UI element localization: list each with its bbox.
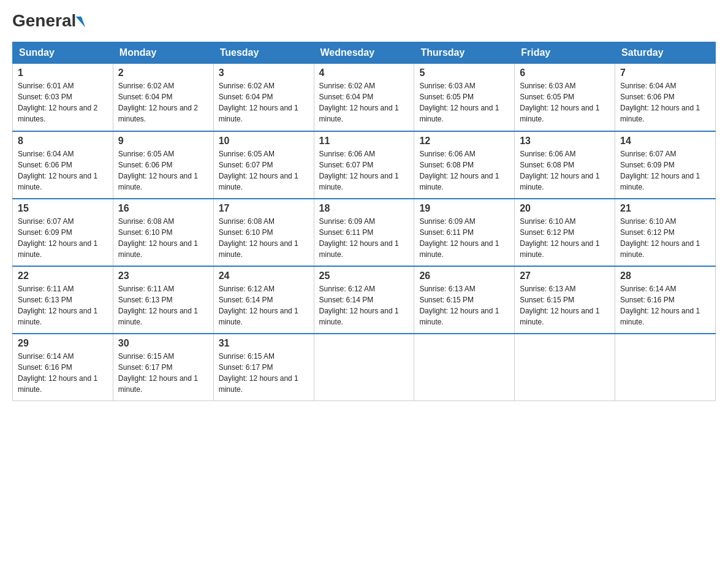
calendar-cell: 18 Sunrise: 6:09 AM Sunset: 6:11 PM Dayl… [314,199,414,266]
calendar-cell: 13 Sunrise: 6:06 AM Sunset: 6:08 PM Dayl… [515,131,615,199]
day-number: 26 [419,270,509,282]
day-info: Sunrise: 6:06 AM Sunset: 6:08 PM Dayligh… [520,148,610,193]
day-number: 3 [219,67,309,79]
day-number: 4 [319,67,409,79]
day-number: 18 [319,203,409,214]
day-info: Sunrise: 6:15 AM Sunset: 6:17 PM Dayligh… [219,351,309,395]
day-info: Sunrise: 6:08 AM Sunset: 6:10 PM Dayligh… [118,216,208,260]
calendar-cell: 7 Sunrise: 6:04 AM Sunset: 6:06 PM Dayli… [615,64,716,131]
day-number: 11 [319,136,409,147]
calendar-cell: 15 Sunrise: 6:07 AM Sunset: 6:09 PM Dayl… [13,199,113,266]
day-number: 17 [219,203,309,214]
day-info: Sunrise: 6:07 AM Sunset: 6:09 PM Dayligh… [620,148,710,193]
day-number: 25 [319,270,409,282]
calendar-cell: 29 Sunrise: 6:14 AM Sunset: 6:16 PM Dayl… [13,334,113,401]
day-number: 10 [219,136,309,147]
calendar-cell: 17 Sunrise: 6:08 AM Sunset: 6:10 PM Dayl… [213,199,314,266]
day-number: 28 [620,270,710,282]
calendar-cell [515,334,615,401]
calendar-cell: 16 Sunrise: 6:08 AM Sunset: 6:10 PM Dayl… [113,199,213,266]
day-info: Sunrise: 6:15 AM Sunset: 6:17 PM Dayligh… [118,351,208,395]
calendar-cell: 3 Sunrise: 6:02 AM Sunset: 6:04 PM Dayli… [213,64,314,131]
day-info: Sunrise: 6:07 AM Sunset: 6:09 PM Dayligh… [18,216,108,260]
day-number: 7 [620,67,710,79]
weekday-header-row: SundayMondayTuesdayWednesdayThursdayFrid… [13,42,716,64]
weekday-header-saturday: Saturday [615,42,716,64]
logo: General [12,12,83,29]
day-info: Sunrise: 6:02 AM Sunset: 6:04 PM Dayligh… [319,80,409,124]
day-number: 5 [419,67,509,79]
day-number: 29 [18,338,108,349]
calendar-cell: 9 Sunrise: 6:05 AM Sunset: 6:06 PM Dayli… [113,131,213,199]
logo-text: General [12,12,83,29]
calendar-cell: 4 Sunrise: 6:02 AM Sunset: 6:04 PM Dayli… [314,64,414,131]
day-number: 22 [18,270,108,282]
calendar-table: SundayMondayTuesdayWednesdayThursdayFrid… [12,42,716,401]
day-info: Sunrise: 6:09 AM Sunset: 6:11 PM Dayligh… [419,216,509,260]
day-number: 21 [620,203,710,214]
day-info: Sunrise: 6:04 AM Sunset: 6:06 PM Dayligh… [620,80,710,124]
calendar-cell: 8 Sunrise: 6:04 AM Sunset: 6:06 PM Dayli… [13,131,113,199]
day-info: Sunrise: 6:01 AM Sunset: 6:03 PM Dayligh… [18,80,108,124]
calendar-cell: 23 Sunrise: 6:11 AM Sunset: 6:13 PM Dayl… [113,266,213,334]
weekday-header-tuesday: Tuesday [213,42,314,64]
weekday-header-sunday: Sunday [13,42,113,64]
day-info: Sunrise: 6:03 AM Sunset: 6:05 PM Dayligh… [419,80,509,124]
day-number: 9 [118,136,208,147]
weekday-header-monday: Monday [113,42,213,64]
day-info: Sunrise: 6:06 AM Sunset: 6:08 PM Dayligh… [419,148,509,193]
day-number: 15 [18,203,108,214]
calendar-week-3: 15 Sunrise: 6:07 AM Sunset: 6:09 PM Dayl… [13,199,716,266]
day-number: 8 [18,136,108,147]
day-number: 6 [520,67,610,79]
day-info: Sunrise: 6:11 AM Sunset: 6:13 PM Dayligh… [118,283,208,327]
calendar-cell: 6 Sunrise: 6:03 AM Sunset: 6:05 PM Dayli… [515,64,615,131]
calendar-cell: 12 Sunrise: 6:06 AM Sunset: 6:08 PM Dayl… [414,131,515,199]
day-info: Sunrise: 6:10 AM Sunset: 6:12 PM Dayligh… [520,216,610,260]
calendar-week-2: 8 Sunrise: 6:04 AM Sunset: 6:06 PM Dayli… [13,131,716,199]
logo-arrow-icon [76,17,86,28]
calendar-cell: 11 Sunrise: 6:06 AM Sunset: 6:07 PM Dayl… [314,131,414,199]
day-number: 31 [219,338,309,349]
day-number: 2 [118,67,208,79]
day-info: Sunrise: 6:13 AM Sunset: 6:15 PM Dayligh… [419,283,509,327]
day-number: 19 [419,203,509,214]
weekday-header-thursday: Thursday [414,42,515,64]
calendar-cell: 2 Sunrise: 6:02 AM Sunset: 6:04 PM Dayli… [113,64,213,131]
day-info: Sunrise: 6:13 AM Sunset: 6:15 PM Dayligh… [520,283,610,327]
calendar-cell: 24 Sunrise: 6:12 AM Sunset: 6:14 PM Dayl… [213,266,314,334]
calendar-cell: 30 Sunrise: 6:15 AM Sunset: 6:17 PM Dayl… [113,334,213,401]
day-info: Sunrise: 6:14 AM Sunset: 6:16 PM Dayligh… [18,351,108,395]
day-info: Sunrise: 6:02 AM Sunset: 6:04 PM Dayligh… [219,80,309,124]
calendar-cell: 5 Sunrise: 6:03 AM Sunset: 6:05 PM Dayli… [414,64,515,131]
day-info: Sunrise: 6:05 AM Sunset: 6:06 PM Dayligh… [118,148,208,193]
day-info: Sunrise: 6:12 AM Sunset: 6:14 PM Dayligh… [219,283,309,327]
calendar-cell: 20 Sunrise: 6:10 AM Sunset: 6:12 PM Dayl… [515,199,615,266]
day-info: Sunrise: 6:03 AM Sunset: 6:05 PM Dayligh… [520,80,610,124]
day-number: 12 [419,136,509,147]
day-number: 1 [18,67,108,79]
calendar-week-5: 29 Sunrise: 6:14 AM Sunset: 6:16 PM Dayl… [13,334,716,401]
calendar-week-1: 1 Sunrise: 6:01 AM Sunset: 6:03 PM Dayli… [13,64,716,131]
day-info: Sunrise: 6:10 AM Sunset: 6:12 PM Dayligh… [620,216,710,260]
day-info: Sunrise: 6:04 AM Sunset: 6:06 PM Dayligh… [18,148,108,193]
calendar-cell: 25 Sunrise: 6:12 AM Sunset: 6:14 PM Dayl… [314,266,414,334]
calendar-cell: 26 Sunrise: 6:13 AM Sunset: 6:15 PM Dayl… [414,266,515,334]
day-number: 24 [219,270,309,282]
page-header: General [12,12,716,29]
day-info: Sunrise: 6:02 AM Sunset: 6:04 PM Dayligh… [118,80,208,124]
day-info: Sunrise: 6:11 AM Sunset: 6:13 PM Dayligh… [18,283,108,327]
day-number: 20 [520,203,610,214]
day-number: 16 [118,203,208,214]
day-number: 13 [520,136,610,147]
day-info: Sunrise: 6:06 AM Sunset: 6:07 PM Dayligh… [319,148,409,193]
calendar-cell [615,334,716,401]
calendar-cell [314,334,414,401]
calendar-cell: 31 Sunrise: 6:15 AM Sunset: 6:17 PM Dayl… [213,334,314,401]
day-number: 14 [620,136,710,147]
weekday-header-wednesday: Wednesday [314,42,414,64]
day-info: Sunrise: 6:14 AM Sunset: 6:16 PM Dayligh… [620,283,710,327]
weekday-header-friday: Friday [515,42,615,64]
calendar-cell: 1 Sunrise: 6:01 AM Sunset: 6:03 PM Dayli… [13,64,113,131]
day-info: Sunrise: 6:12 AM Sunset: 6:14 PM Dayligh… [319,283,409,327]
